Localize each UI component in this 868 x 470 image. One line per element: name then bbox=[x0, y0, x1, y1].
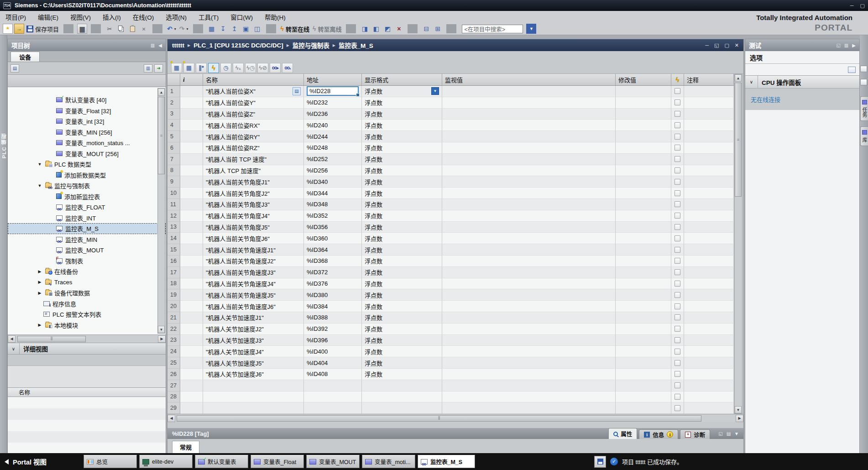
modify-enable-checkbox[interactable] bbox=[675, 360, 680, 366]
stop-simulation-icon[interactable]: ◩ bbox=[382, 24, 392, 34]
tree-horizontal-scrollbar[interactable]: ◀ ⫼ ▶ bbox=[8, 334, 166, 343]
modify-value-cell[interactable] bbox=[616, 324, 671, 335]
comment-cell[interactable] bbox=[684, 86, 734, 97]
insert-row-icon[interactable]: * ▦ bbox=[171, 63, 182, 73]
comment-cell[interactable] bbox=[684, 120, 734, 131]
comment-cell[interactable] bbox=[684, 324, 734, 335]
"机器人关节加速度J2"[interactable]: 22 "机器人关节加速度J2" %ID392 浮点数 bbox=[167, 324, 734, 335]
modify-value-cell[interactable] bbox=[616, 402, 671, 414]
task-card-icon[interactable] bbox=[860, 79, 867, 85]
table-horizontal-scrollbar[interactable]: ◀ ⫼ ▶ bbox=[167, 414, 743, 422]
trigger-modify-icon[interactable]: oo₁ bbox=[282, 63, 293, 73]
comment-cell[interactable] bbox=[684, 109, 734, 120]
modify-enable-checkbox[interactable] bbox=[675, 269, 680, 275]
modify-enable-checkbox[interactable] bbox=[675, 405, 680, 411]
comment-cell[interactable] bbox=[684, 267, 734, 278]
tab-info[interactable]: i 信息 i bbox=[639, 429, 678, 439]
tag-selector-icon[interactable]: ▤ bbox=[293, 87, 301, 95]
print-icon[interactable]: ▆ bbox=[77, 24, 87, 34]
menu-item[interactable]: 视图(V) bbox=[70, 12, 91, 21]
expand-all-icon[interactable]: ➜ bbox=[154, 64, 163, 73]
modify-enable-checkbox[interactable] bbox=[675, 134, 680, 140]
comment-cell[interactable] bbox=[684, 369, 734, 380]
tree-item[interactable]: 监控表_INT bbox=[8, 213, 166, 224]
comment-cell[interactable] bbox=[684, 131, 734, 142]
format-dropdown-icon[interactable]: ▼ bbox=[431, 87, 439, 95]
comment-cell[interactable] bbox=[684, 176, 734, 188]
tree-item[interactable]: 添加新数据类型 bbox=[8, 170, 166, 181]
search-icon[interactable]: ▼ bbox=[526, 24, 536, 34]
tree-expander-icon[interactable]: ▶ bbox=[37, 280, 42, 284]
table-row[interactable]: 29 bbox=[167, 402, 734, 414]
modify-value-cell[interactable] bbox=[616, 244, 671, 256]
detail-view-collapse-icon[interactable]: ∨ bbox=[8, 343, 20, 354]
pin-panel-icon[interactable]: ▥ bbox=[151, 43, 155, 48]
tree-scroll-thumb[interactable]: ≡ bbox=[158, 97, 165, 174]
split-editor-vertical-icon[interactable]: ⊞ bbox=[433, 24, 443, 34]
tree-item[interactable]: 强制表 bbox=[8, 256, 166, 266]
modify-value-cell[interactable] bbox=[616, 312, 671, 324]
"机器人当前关节角速度J4"[interactable]: 18 "机器人当前关节角速度J4" %ID376 浮点数 bbox=[167, 278, 734, 290]
redo-icon[interactable]: ↷ ▾ bbox=[178, 24, 189, 34]
column-view-icon[interactable]: ▥ bbox=[144, 64, 152, 73]
snapshot-icon[interactable]: ▣ bbox=[241, 24, 251, 34]
modify-enable-checkbox[interactable] bbox=[675, 213, 680, 219]
tree-item[interactable]: 监控表_MOUT bbox=[8, 245, 166, 256]
tree-item[interactable]: 监控表_M_S bbox=[8, 223, 166, 234]
modify-enable-checkbox[interactable] bbox=[675, 371, 680, 377]
table-row[interactable]: 28 bbox=[167, 392, 734, 403]
modify-to-one-icon[interactable]: ϟ₁ bbox=[233, 63, 244, 73]
"机器人关节加速度J4"[interactable]: 24 "机器人关节加速度J4" %ID400 浮点数 bbox=[167, 346, 734, 357]
modify-enable-checkbox[interactable] bbox=[675, 258, 680, 264]
comment-cell[interactable] bbox=[684, 142, 734, 154]
"机器人当前关节角度J1"[interactable]: 9 "机器人当前关节角度J1" %ID340 浮点数 bbox=[167, 176, 734, 188]
taskbar-button[interactable]: 监控表_M_S bbox=[418, 455, 475, 468]
tab-devices[interactable]: 设备 bbox=[10, 52, 40, 62]
tree-item[interactable]: ▶ 设备代理数据 bbox=[8, 287, 166, 298]
split-editor-horizontal-icon[interactable]: ⊟ bbox=[421, 24, 431, 34]
modify-value-cell[interactable] bbox=[616, 86, 671, 97]
palette-window-icon[interactable] bbox=[848, 67, 856, 73]
open-project-icon[interactable]: → bbox=[14, 24, 24, 34]
scroll-right-icon[interactable]: ▶ bbox=[736, 415, 743, 422]
paste-icon[interactable] bbox=[127, 24, 137, 34]
tree-item[interactable]: 变量表_MOUT [256] bbox=[8, 148, 166, 159]
modify-value-cell[interactable] bbox=[616, 233, 671, 244]
start-runtime-icon[interactable]: ◫ bbox=[252, 24, 262, 34]
monitor-once-icon[interactable]: ◷ bbox=[220, 63, 231, 73]
scroll-down-icon[interactable]: ▼ bbox=[158, 326, 165, 333]
comment-cell[interactable] bbox=[684, 402, 734, 414]
go-online-button[interactable]: ϟ 转至在线 bbox=[280, 24, 310, 34]
modify-value-cell[interactable] bbox=[616, 199, 671, 210]
menu-item[interactable]: 工具(T) bbox=[199, 12, 219, 21]
modify-value-cell[interactable] bbox=[616, 97, 671, 109]
comment-cell[interactable] bbox=[684, 289, 734, 301]
comment-cell[interactable] bbox=[684, 233, 734, 244]
tree-hscroll-thumb[interactable]: ⫼ bbox=[17, 336, 86, 342]
modify-enable-checkbox[interactable] bbox=[675, 156, 680, 162]
scroll-up-icon[interactable]: ▲ bbox=[735, 74, 742, 82]
comment-cell[interactable] bbox=[684, 278, 734, 290]
minimize-editor-icon[interactable]: ─ bbox=[705, 42, 709, 48]
comment-cell[interactable] bbox=[684, 165, 734, 177]
maximize-window-icon[interactable]: ▢ bbox=[860, 3, 865, 9]
modify-enable-checkbox[interactable] bbox=[675, 224, 680, 230]
breadcrumb-segment[interactable]: 监控与强制表 bbox=[293, 41, 329, 50]
tree-item[interactable]: 变量表_Float [32] bbox=[8, 105, 166, 116]
scroll-right-icon[interactable]: ▶ bbox=[158, 335, 166, 343]
modify-value-cell[interactable] bbox=[616, 131, 671, 142]
comment-cell[interactable] bbox=[684, 154, 734, 165]
"机器人当前 TCP 速度"[interactable]: 7 "机器人当前 TCP 速度" %ID252 浮点数 bbox=[167, 154, 734, 165]
modify-enable-checkbox[interactable] bbox=[675, 281, 680, 287]
tree-item[interactable]: PLC 报警文本列表 bbox=[8, 309, 166, 320]
modify-value-cell[interactable] bbox=[616, 176, 671, 188]
"机器人当前关节角度J4"[interactable]: 12 "机器人当前关节角度J4" %ID352 浮点数 bbox=[167, 210, 734, 222]
modify-value-cell[interactable] bbox=[616, 346, 671, 357]
comment-cell[interactable] bbox=[684, 244, 734, 256]
comment-cell[interactable] bbox=[684, 346, 734, 357]
comment-cell[interactable] bbox=[684, 97, 734, 109]
taskbar-button[interactable]: elite-dev bbox=[139, 455, 193, 468]
tree-expander-icon[interactable]: ▼ bbox=[37, 183, 42, 188]
modify-with-trigger-icon[interactable]: ϟ◷ bbox=[245, 63, 256, 73]
"机器人当前关节角度J2"[interactable]: 10 "机器人当前关节角度J2" %ID344 浮点数 bbox=[167, 188, 734, 199]
